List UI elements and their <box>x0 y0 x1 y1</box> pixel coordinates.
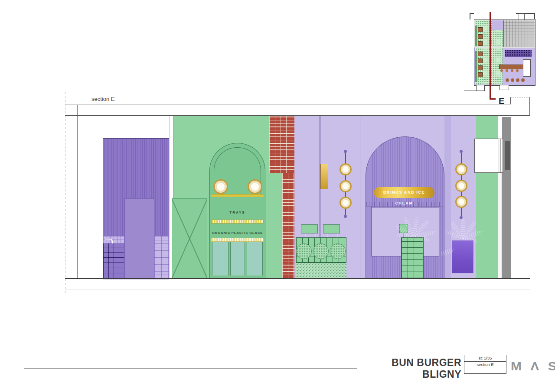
floor-line <box>65 278 530 279</box>
plan-chair <box>511 78 514 82</box>
bush <box>296 243 312 259</box>
section-cut-line-foot <box>490 98 496 100</box>
palm-plant <box>392 197 434 243</box>
gray-wall-dark <box>505 141 510 170</box>
lower-reference-line <box>65 289 530 289</box>
side-tiles <box>154 236 169 279</box>
plan-section-marker: E <box>499 96 504 106</box>
arch-lamp <box>248 179 262 194</box>
tile-band <box>211 238 264 242</box>
plan-purple-zone <box>492 20 503 30</box>
plan-stool <box>516 69 519 72</box>
elevation-top-line <box>65 115 530 116</box>
floorplan-upper-room <box>474 19 535 49</box>
plan-banquette <box>505 50 532 57</box>
yellow-stripe <box>211 194 264 197</box>
faucet <box>105 239 113 243</box>
lamp-bulb <box>343 183 349 189</box>
bin-label-organic: ORGANIC <box>212 231 230 235</box>
lamp-bulb <box>251 183 258 190</box>
titleblock-section: section E <box>464 362 506 368</box>
studio-logo: M Λ S <box>511 360 555 373</box>
rod-dot <box>344 215 347 218</box>
brick-column <box>282 173 294 279</box>
reference-line <box>65 104 510 104</box>
gold-wall-sign <box>320 164 328 189</box>
plan-wall-stub <box>470 13 474 14</box>
bin-label-glass: GLASS <box>249 231 263 235</box>
trays-label: TRAYS <box>209 211 265 214</box>
plan-stool <box>506 69 508 72</box>
wall-edge-line <box>103 116 103 138</box>
plan-table <box>478 58 483 63</box>
plan-table <box>478 65 483 70</box>
bin-label-plastic: PLASTIC <box>232 231 248 235</box>
titleblock-scale: sc 1/35 <box>464 355 506 362</box>
arch-lamp <box>213 179 228 194</box>
titleblock-empty-row <box>464 368 506 374</box>
plan-chair <box>506 78 509 82</box>
green-table <box>323 224 340 233</box>
purple-planter <box>452 240 473 273</box>
tile-band <box>211 220 264 224</box>
plan-wall-stub <box>464 91 476 91</box>
plan-wall-stub <box>534 13 535 19</box>
gap-line <box>169 116 170 279</box>
wall-joint-line <box>360 116 360 279</box>
tiled-counter <box>103 243 124 279</box>
plan-wall-stub <box>519 13 525 20</box>
rod-lamp <box>340 197 352 209</box>
door-frame-strip <box>498 173 502 279</box>
plan-kitchen-grid <box>503 20 535 47</box>
plan-table <box>478 72 483 77</box>
plan-chair <box>521 78 525 82</box>
lamp-bulb <box>458 183 464 189</box>
rod-lamp <box>455 163 467 175</box>
door-panel-x <box>172 198 207 279</box>
rod-lamp <box>340 180 352 192</box>
section-cut-line <box>490 12 491 99</box>
plan-table <box>478 41 483 46</box>
plan-bench <box>475 26 477 46</box>
glass-mullion <box>245 242 247 276</box>
reference-line-step <box>510 97 511 104</box>
plan-wall-stub <box>500 85 509 90</box>
window-frame <box>499 139 501 172</box>
drinks-sign: DRINKS AND ICE CREAM <box>374 187 434 198</box>
glass-panels <box>212 242 263 276</box>
palm-planter-column <box>401 237 424 279</box>
rod-dot <box>460 150 463 153</box>
lamp-bulb <box>458 166 464 172</box>
plan-chair <box>516 78 519 82</box>
plan-stool <box>511 69 513 72</box>
palm-plant <box>446 195 480 243</box>
bin-labels: ORGANIC PLASTIC GLASS <box>209 231 265 235</box>
pebble-bed <box>296 263 346 279</box>
title-underline <box>24 368 357 369</box>
green-table <box>301 224 318 233</box>
plan-wall-stub <box>470 13 470 19</box>
glass-mullion <box>228 242 231 276</box>
plan-table <box>478 27 483 32</box>
plan-stool <box>500 69 503 72</box>
grid-line-dashed <box>65 92 65 293</box>
bush <box>313 243 329 259</box>
plan-table <box>478 52 483 56</box>
plan-table <box>478 34 483 39</box>
reference-line-right <box>529 97 530 116</box>
lamp-bulb <box>217 183 224 190</box>
reference-line-dashed <box>510 97 530 97</box>
lamp-bulb <box>343 166 349 172</box>
purple-volume <box>124 198 154 279</box>
rod-lamp <box>455 180 467 192</box>
brick-column-top <box>269 116 294 173</box>
drawing-sheet: E section E TRAYS ORGANIC PLASTIC GLASS <box>0 0 555 392</box>
plan-counter <box>499 65 524 69</box>
lamp-bulb <box>343 200 349 206</box>
plan-bench-table <box>523 59 531 77</box>
bush <box>330 243 346 259</box>
floorplan-lower-room <box>474 48 535 86</box>
rod-dot <box>344 150 347 153</box>
plan-bench <box>475 51 477 82</box>
left-wall-line <box>77 105 78 279</box>
